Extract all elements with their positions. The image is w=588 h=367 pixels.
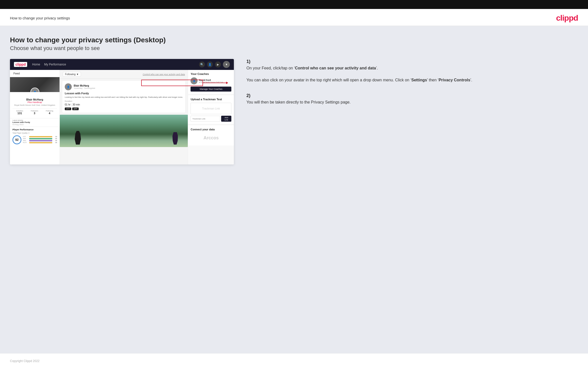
quality-score: 92 <box>12 135 21 144</box>
top-bar <box>0 0 588 9</box>
instruction-1: 1) On your Feed, click/tap on ‘Control w… <box>246 59 576 83</box>
coach-item: 👤 David Ford ● Royal North Devon Golf Cl… <box>191 77 231 84</box>
site-footer: Copyright Clippd 2022 <box>0 353 588 367</box>
app-nav-icons: 🔍 👤 ▶ ▼ <box>199 61 230 68</box>
content-layout: clippd Home My Performance 🔍 👤 ▶ ▼ <box>10 59 578 164</box>
avatar-dropdown[interactable]: ▼ <box>223 61 230 68</box>
app-nav-items: Home My Performance <box>32 63 194 66</box>
profile-club: Royal North Devon Golf Club, United King… <box>12 104 57 106</box>
post-location: Yesterday · Sunningdale <box>74 87 95 89</box>
stat-followers: Followers 3 <box>31 110 38 115</box>
golfer-1-silhouette <box>75 131 81 145</box>
trackman-title: Upload a Trackman Test <box>191 98 231 101</box>
post-title: Lesson with Fordy <box>65 92 183 95</box>
coach-avatar: 👤 <box>191 77 197 84</box>
trackman-placeholder: Trackman Link <box>191 103 231 114</box>
person-icon[interactable]: 👤 <box>207 61 213 67</box>
bar-app: APP 85 <box>23 138 57 139</box>
golfer-2-silhouette <box>172 132 178 145</box>
profile-handicap: Plus Handicap <box>12 101 57 104</box>
profile-banner: 👤 <box>10 77 60 92</box>
trackman-input[interactable] <box>191 116 220 122</box>
post-header: 👤 Blair McHarg Yesterday · Sunningdale <box>65 83 183 90</box>
instruction-1-number: 1) <box>246 59 250 64</box>
app-nav-performance[interactable]: My Performance <box>44 63 66 66</box>
player-performance: Player Performance Total Player Quality … <box>10 127 60 146</box>
coach-club: ● Royal North Devon Golf Club <box>199 81 223 83</box>
instruction-2: 2) You will then be taken directly to th… <box>246 93 576 105</box>
tag-app: APP <box>72 107 79 110</box>
post-duration: Duration <box>65 100 183 102</box>
feed-header: Following ▼ Control who can see your act… <box>60 70 188 79</box>
post-image <box>60 115 188 147</box>
app-logo-inner: clippd <box>14 62 27 67</box>
manage-coaches-button[interactable]: Manage Your Coaches <box>191 87 231 92</box>
post-duration-value: 01 hr : 30 min <box>65 103 183 106</box>
post-tags: OTT APP <box>65 107 183 110</box>
instruction-1-text: On your Feed, click/tap on ‘Control who … <box>246 65 576 83</box>
profile-name: Blair McHarg <box>12 98 57 101</box>
trackman-section: Upload a Trackman Test Trackman Link Add… <box>188 95 234 124</box>
connect-section: Connect your data Arccos <box>188 125 234 146</box>
app-right-panel: Your Coaches 👤 David Ford ● Royal North … <box>188 70 234 164</box>
instruction-2-text: You will then be taken directly to the P… <box>246 99 576 105</box>
coaches-title: Your Coaches <box>191 72 231 75</box>
add-link-button[interactable]: Add Link <box>221 116 231 122</box>
profile-stats: Activities 131 Followers 3 Following 4 <box>12 108 57 115</box>
breadcrumb: How to change your privacy settings <box>10 16 70 20</box>
app-feed: Following ▼ Control who can see your act… <box>60 70 188 164</box>
bar-arg: ARG 86 <box>23 140 57 141</box>
post-author: Blair McHarg <box>74 84 95 87</box>
post-avatar: 👤 <box>65 83 72 90</box>
stat-following: Following 4 <box>46 110 53 115</box>
search-icon[interactable]: 🔍 <box>199 61 205 67</box>
coaches-section: Your Coaches 👤 David Ford ● Royal North … <box>188 70 234 94</box>
main-content: How to change your privacy settings (Des… <box>0 26 588 353</box>
instructions-panel: 1) On your Feed, click/tap on ‘Control w… <box>244 59 578 115</box>
page-subtitle: Choose what you want people to see <box>10 45 578 52</box>
app-screenshot: clippd Home My Performance 🔍 👤 ▶ ▼ <box>10 59 234 164</box>
quality-bars: OTT 90 APP 85 <box>23 136 57 144</box>
connect-title: Connect your data <box>191 128 231 131</box>
globe-icon[interactable]: ▶ <box>215 61 221 67</box>
feed-tab[interactable]: Feed <box>10 70 60 77</box>
profile-info: Blair McHarg Plus Handicap Royal North D… <box>10 92 60 118</box>
bar-ott: OTT 90 <box>23 136 57 137</box>
tag-ott: OTT <box>65 107 71 110</box>
post-card: 👤 Blair McHarg Yesterday · Sunningdale L… <box>62 81 185 113</box>
site-header: How to change your privacy settings clip… <box>0 9 588 26</box>
app-nav-home[interactable]: Home <box>32 63 40 66</box>
footer-copyright: Copyright Clippd 2022 <box>10 359 40 363</box>
coach-name: David Ford <box>199 79 223 81</box>
app-screenshot-wrapper: clippd Home My Performance 🔍 👤 ▶ ▼ <box>10 59 234 164</box>
instruction-2-number: 2) <box>246 93 250 98</box>
clippd-logo: clippd <box>556 13 578 23</box>
stat-activities: Activities 131 <box>16 110 23 115</box>
arccos-label: Arccos <box>191 133 231 143</box>
app-navbar: clippd Home My Performance 🔍 👤 ▶ ▼ <box>10 59 234 70</box>
trackman-input-row: Add Link <box>191 116 231 122</box>
latest-activity: Latest Activity Lesson with Fordy 03 Aug… <box>10 118 60 127</box>
privacy-link[interactable]: Control who can see your activity and da… <box>143 73 185 76</box>
page-title: How to change your privacy settings (Des… <box>10 36 578 44</box>
app-sidebar: Feed 👤 Blair McHarg Plus Handicap Royal … <box>10 70 60 164</box>
following-button[interactable]: Following ▼ <box>63 72 81 77</box>
post-description: Looking to feel like my hands are exitin… <box>65 96 183 99</box>
bar-putt: PUTT 96 <box>23 142 57 143</box>
app-body: Feed 👤 Blair McHarg Plus Handicap Royal … <box>10 70 234 164</box>
